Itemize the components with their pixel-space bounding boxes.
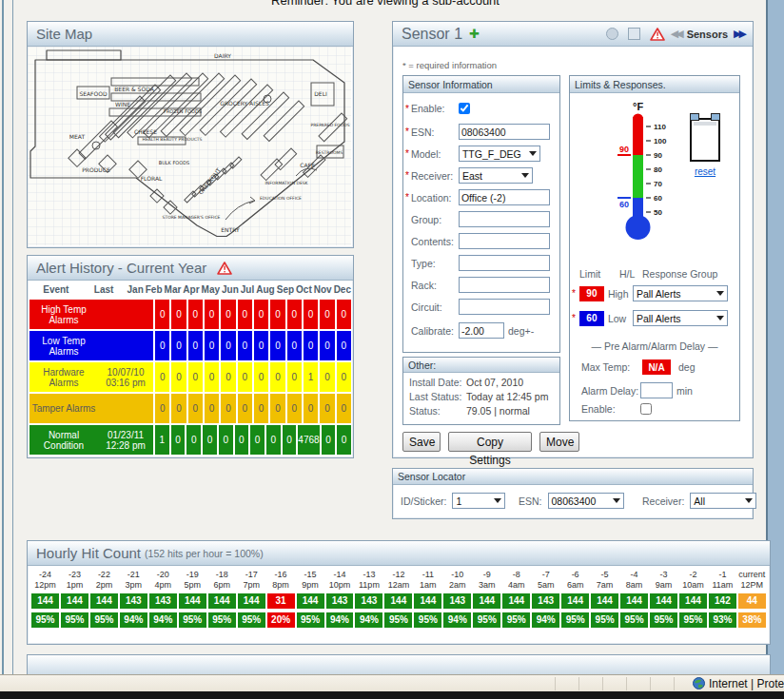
high-response-select[interactable]: Pall Alerts <box>633 285 728 301</box>
enable-checkbox[interactable] <box>459 103 470 114</box>
event-label: Normal Condition <box>29 425 98 455</box>
contents-input[interactable] <box>459 233 550 249</box>
thermometer: °F 110 100 90 80 70 60 <box>576 99 690 246</box>
max-temp-unit: deg <box>678 361 696 373</box>
month-value: 0 <box>270 300 284 329</box>
hits-cell: 44 <box>738 593 766 609</box>
receiver-value: East <box>462 170 482 182</box>
month-value: 0 <box>337 362 351 392</box>
alarm-delay-unit: min <box>676 385 693 397</box>
low-response-select[interactable]: Pall Alerts <box>633 310 728 326</box>
locator-receiver-label: Receiver: <box>642 495 684 507</box>
unit-label: °F <box>633 101 643 112</box>
column-header: Feb <box>146 284 163 295</box>
pct-cell: 95% <box>61 612 88 628</box>
month-value: 0 <box>287 362 302 392</box>
contents-label: Contents: <box>411 236 459 247</box>
limit-col-header: Limit <box>579 268 600 280</box>
alarm-delay-input[interactable] <box>640 382 673 398</box>
locator-receiver-select[interactable]: All <box>690 493 756 509</box>
offset-label: -4 <box>620 570 648 580</box>
hit-count-column: -186pm14495% <box>208 570 236 628</box>
prev-sensor-button[interactable]: ◀◀ <box>671 28 681 40</box>
globe-icon <box>693 677 705 689</box>
pct-cell: 95% <box>297 612 324 628</box>
esn-input[interactable] <box>459 124 550 140</box>
hits-cell: 144 <box>473 593 500 609</box>
month-value: 0 <box>171 362 186 392</box>
month-value: 0 <box>221 331 235 360</box>
id-sticker-select[interactable]: 1 <box>452 493 505 509</box>
report-icon[interactable] <box>628 28 640 40</box>
save-button[interactable]: Save <box>402 432 441 452</box>
prealarm-enable-checkbox[interactable] <box>640 403 652 415</box>
calibrate-unit: deg+- <box>508 325 534 337</box>
table-row: Normal Condition01/23/11 12:28 pm1000000… <box>29 425 351 455</box>
event-block: High Temp Alarms <box>29 300 153 329</box>
hit-count-column: -84am14495% <box>502 570 530 628</box>
model-value: TTG_F_DEG <box>462 148 521 160</box>
sensor-locator-title: Sensor Locator <box>398 471 465 482</box>
month-value: 0 <box>322 425 336 455</box>
offset-label: -19 <box>179 570 206 580</box>
gauge-icon[interactable] <box>606 28 618 40</box>
hit-count-column: -66am14495% <box>561 570 589 628</box>
group-input[interactable] <box>459 211 550 227</box>
offset-label: -11 <box>414 570 441 580</box>
hit-count-column: -1311pm14394% <box>355 570 382 628</box>
type-input[interactable] <box>459 255 550 271</box>
month-value: 0 <box>287 331 302 360</box>
copy-settings-button[interactable]: Copy Settings <box>448 432 532 452</box>
table-row: High Temp Alarms000000000000 <box>29 300 351 329</box>
location-input[interactable] <box>459 189 550 205</box>
status-label: Status: <box>409 405 466 417</box>
calibrate-input[interactable] <box>459 322 504 339</box>
month-value: 0 <box>155 394 169 423</box>
chevron-down-icon <box>529 151 537 156</box>
hits-cell: 144 <box>31 593 59 609</box>
alert-triangle-icon[interactable] <box>650 28 665 41</box>
rack-input[interactable] <box>459 277 550 293</box>
low-limit-value[interactable]: 60 <box>579 311 604 326</box>
column-header: Nov <box>314 284 332 295</box>
limits-panel: Limits & Responses. °F 110 100 90 <box>569 75 740 421</box>
month-value: 0 <box>171 331 186 360</box>
high-limit-value[interactable]: 90 <box>579 286 604 301</box>
required-star: * <box>405 192 409 203</box>
hit-count-column: -111am14495% <box>414 570 441 628</box>
time-label: 12pm <box>31 580 59 591</box>
alert-triangle-icon <box>217 262 232 275</box>
add-sensor-icon[interactable]: ✚ <box>469 27 480 41</box>
time-label: 8am <box>620 580 648 591</box>
partial-panel <box>27 654 771 676</box>
offset-label: -1 <box>709 570 736 580</box>
circuit-input[interactable] <box>459 299 550 315</box>
month-value: 0 <box>254 362 268 392</box>
hit-count-columns: -2412pm14495%-231pm14495%-222pm14495%-21… <box>31 570 766 628</box>
offset-label: -23 <box>61 570 88 580</box>
hit-count-column: -204pm14394% <box>149 570 177 628</box>
month-value: 0 <box>320 300 334 329</box>
high-response-value: Pall Alerts <box>637 288 681 300</box>
hit-count-column: -222pm14495% <box>90 570 118 628</box>
table-row: Hardware Alarms10/07/10 03:16 pm00000000… <box>29 362 351 392</box>
month-value: 0 <box>155 331 169 360</box>
hit-count-subtitle: (152 hits per hour = 100%) <box>145 548 264 559</box>
map-label: HEALTH BEAUTY PRODUCTS <box>143 137 203 142</box>
month-value: 0 <box>155 300 169 329</box>
receiver-select[interactable]: East <box>459 167 533 184</box>
move-button[interactable]: Move <box>539 432 579 452</box>
hit-count-column: -231pm14495% <box>61 570 88 628</box>
battery-icon <box>690 118 720 162</box>
pct-cell: 95% <box>620 612 648 628</box>
model-select[interactable]: TTG_F_DEG <box>459 146 540 162</box>
map-label: PRODUCE <box>82 166 110 173</box>
time-label: 4pm <box>149 580 177 591</box>
table-row: Low Temp Alarms000000000000 <box>29 331 351 360</box>
hit-count-column: -210am14495% <box>679 570 707 628</box>
battery-reset-link[interactable]: reset <box>686 166 724 177</box>
locator-esn-select[interactable]: 08063400 <box>548 493 624 509</box>
map-label: PREPARED FOODS <box>310 123 349 127</box>
next-sensor-button[interactable]: ▶▶ <box>734 28 744 40</box>
pct-cell: 94% <box>149 612 177 628</box>
